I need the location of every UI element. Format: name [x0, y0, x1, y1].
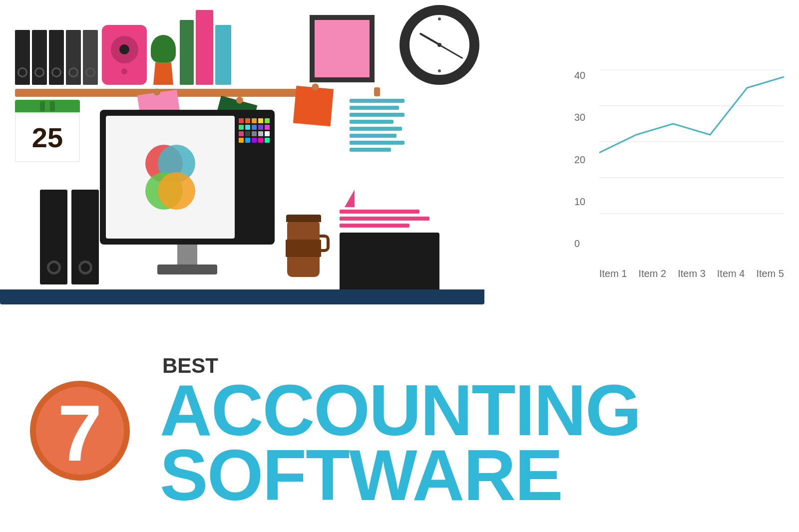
inbox-line-2: [340, 217, 429, 221]
swatch-15: [239, 138, 244, 143]
calendar: 25: [15, 100, 80, 162]
binder-5: [83, 30, 98, 85]
x-label-item2: Item 2: [639, 268, 667, 279]
inbox-tray: [340, 210, 439, 302]
calendar-date: 25: [32, 121, 63, 154]
plant: [151, 35, 176, 85]
black-binder-2: [71, 190, 99, 284]
binders: [15, 30, 98, 85]
plant-foliage: [151, 35, 176, 62]
binder-3: [49, 30, 64, 85]
chart-line: [599, 77, 784, 153]
swatch-5: [239, 125, 244, 130]
clock-marker-bottom: [438, 69, 441, 72]
plant-pot: [153, 62, 173, 85]
swatch-8: [258, 125, 263, 130]
calendar-ring-right: [50, 101, 55, 111]
top-illustration: 25: [0, 0, 799, 329]
doc-line-2: [350, 106, 399, 110]
clock-hour-hand: [419, 32, 440, 45]
desktop-computer: [100, 110, 275, 274]
clock: [400, 5, 479, 85]
binder-2: [32, 30, 47, 85]
headline-text: BEST ACCOUNTING SOFTWARE: [160, 354, 641, 508]
swatch-4: [265, 118, 270, 123]
y-label-20: 20: [574, 154, 585, 166]
clock-minute-hand: [439, 44, 463, 59]
coffee-cup: [285, 215, 322, 277]
x-label-item3: Item 3: [678, 268, 706, 279]
chart-svg-container: [599, 70, 784, 260]
chart-y-axis: 40 30 20 10 0: [574, 70, 585, 250]
badge-number: 7: [58, 393, 102, 473]
binder-4: [66, 30, 81, 85]
document-pin: [374, 87, 380, 96]
inbox-lines: [340, 210, 439, 228]
accounting-label: ACCOUNTING: [160, 378, 641, 443]
black-binder-1: [40, 190, 67, 284]
cup-sleeve: [286, 240, 321, 257]
swatch-1: [245, 118, 250, 123]
swatch-9: [265, 125, 270, 130]
binder-ring-2: [78, 261, 92, 274]
clock-face: [409, 15, 469, 75]
clock-center-dot: [437, 43, 441, 47]
bottom-section: 7 BEST ACCOUNTING SOFTWARE: [0, 329, 799, 532]
monitor-base: [157, 265, 217, 274]
sticky-pin-3: [311, 83, 319, 91]
speaker-center: [119, 44, 129, 54]
speaker-woofer: [111, 36, 138, 63]
monitor-stand: [177, 245, 197, 265]
speaker: [102, 25, 147, 85]
y-label-10: 10: [574, 196, 585, 208]
y-label-40: 40: [574, 70, 585, 81]
cup-body: [287, 222, 320, 277]
swatch-17: [252, 138, 257, 143]
swatch-11: [245, 131, 250, 136]
black-binders: [40, 190, 99, 284]
doc-line-5: [350, 127, 402, 131]
inbox-line-1: [340, 210, 419, 214]
chart-x-axis: Item 1 Item 2 Item 3 Item 4 Item 5: [599, 268, 784, 279]
swatch-6: [245, 125, 250, 130]
shelf: [15, 10, 305, 97]
calendar-ring-left: [40, 101, 45, 111]
calendar-body: 25: [15, 112, 80, 162]
binder-ring-1: [47, 261, 61, 274]
chart-svg: [599, 70, 784, 260]
binder-1: [15, 30, 30, 85]
y-label-30: 30: [574, 112, 585, 123]
swatch-14: [265, 131, 270, 136]
circle-orange: [158, 172, 195, 210]
y-label-0: 0: [574, 238, 585, 250]
line-chart: 40 30 20 10 0 Item 1 Item 2 Item 3 It: [574, 70, 784, 279]
swatch-7: [252, 125, 257, 130]
document-with-lines: [350, 87, 404, 155]
photo-frame: [310, 15, 375, 82]
book-1: [180, 20, 194, 85]
color-circles: [138, 145, 203, 210]
color-swatches-panel: [239, 116, 269, 239]
doc-line-3: [350, 113, 404, 117]
x-label-item1: Item 1: [599, 268, 627, 279]
sticky-note-orange: [293, 86, 334, 126]
swatch-10: [239, 131, 244, 136]
cup-lid: [286, 215, 321, 222]
book-2: [196, 10, 213, 85]
desk-surface: [0, 289, 484, 304]
clock-marker-top: [438, 17, 441, 20]
doc-line-8: [350, 148, 391, 152]
sticky-pin-2: [235, 96, 244, 104]
inbox-flag: [345, 190, 355, 207]
number-badge: 7: [30, 381, 130, 481]
doc-line-4: [350, 120, 394, 124]
cup-handle: [320, 235, 330, 252]
swatch-19: [265, 138, 270, 143]
speaker-tweeter: [121, 68, 127, 74]
software-label: SOFTWARE: [160, 443, 641, 508]
swatch-3: [258, 118, 263, 123]
swatch-2: [252, 118, 257, 123]
books: [180, 10, 231, 85]
calendar-header: [15, 100, 80, 112]
shelf-items: [15, 10, 305, 89]
